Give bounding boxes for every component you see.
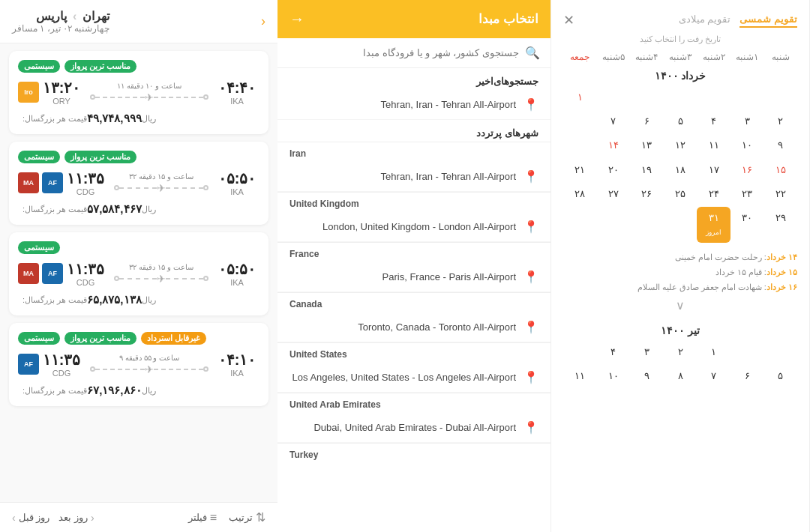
- cal-day-15[interactable]: ۱۵: [764, 159, 797, 181]
- cal-day-m2-7[interactable]: ۷: [697, 365, 730, 387]
- cal-day-25[interactable]: ۲۵: [664, 183, 698, 205]
- badge-suitable-1: مناسب ترین پرواز: [64, 60, 136, 73]
- cal-day-14[interactable]: ۱۴: [597, 134, 631, 157]
- airport-item-toronto[interactable]: 📍 Toronto, Canada - Toronto All-Airport: [278, 312, 550, 342]
- flight-dot-end: [203, 366, 208, 372]
- search-panel-arrow-icon[interactable]: →: [290, 10, 304, 28]
- price-value-3: ۶۵,۸۷۵,۱۳۸: [87, 293, 141, 306]
- cal-day-27[interactable]: ۲۷: [597, 183, 631, 205]
- flight-badges-3: سیستمی: [18, 241, 260, 254]
- cal-day-11[interactable]: ۱۱: [697, 134, 730, 157]
- airport-name-toronto: Toronto, Canada - Toronto All-Airport: [358, 321, 516, 333]
- tab-shamsi[interactable]: تقویم شمسی: [740, 13, 797, 28]
- price-label-2: قیمت هر بزرگسال:: [22, 205, 87, 214]
- arr-time-2: ۱۱:۳۵: [63, 169, 108, 187]
- flight-dot-start: [114, 185, 119, 190]
- cal-day-20[interactable]: ۲۰: [597, 159, 631, 181]
- next-day-button[interactable]: ‹ روز بعد: [58, 512, 94, 524]
- airport-search-input[interactable]: [288, 47, 519, 58]
- cal-day-17[interactable]: ۱۷: [697, 159, 730, 181]
- plane-icon: ✈: [145, 363, 154, 375]
- cal-day-28[interactable]: ۲۸: [563, 183, 597, 205]
- dep-airport-2: IKA: [214, 187, 260, 196]
- airport-item-paris[interactable]: 📍 Paris, France - Paris All-Airport: [278, 262, 550, 292]
- show-more-holidays[interactable]: ∨: [563, 295, 797, 317]
- cal-day-29[interactable]: ۲۹: [764, 207, 797, 243]
- duration-text-3: ۳۲ ساعت و ۱۵ دقیقه: [129, 263, 193, 271]
- cal-day-10[interactable]: ۱۰: [730, 134, 764, 157]
- search-panel-title: انتخاب مبدا: [478, 11, 538, 27]
- airport-item-tehran[interactable]: 📍 Tehran, Iran - Tehran All-Airport: [278, 162, 550, 192]
- price-row-1: ریال ۴۹,۷۴۸,۹۹۹ قیمت هر بزرگسال:: [18, 112, 260, 125]
- calendar-hint: تاریخ رفت را انتخاب کنید: [563, 34, 797, 44]
- cal-day-16[interactable]: ۱۶: [730, 159, 764, 181]
- price-label-3: قیمت هر بزرگسال:: [22, 295, 87, 305]
- airport-item-london[interactable]: 📍 London, United Kingdom - London All-Ai…: [278, 212, 550, 242]
- cal-day-m2-8[interactable]: ۸: [664, 365, 698, 387]
- price-row-3: ریال ۶۵,۸۷۵,۱۳۸ قیمت هر بزرگسال:: [18, 293, 260, 306]
- location-icon: 📍: [524, 270, 538, 284]
- arr-time-3: ۱۱:۳۵: [63, 260, 108, 278]
- flight-dash: [95, 369, 145, 370]
- airport-item-la[interactable]: 📍 Los Angeles, United States - Los Angel…: [278, 363, 550, 393]
- flight-badges-4: غیرقابل استرداد مناسب ترین پرواز سیستمی: [18, 332, 260, 345]
- results-back-icon[interactable]: ‹: [261, 13, 266, 29]
- cal-day-18[interactable]: ۱۸: [664, 159, 698, 181]
- cal-day-3[interactable]: ۳: [730, 110, 764, 133]
- cal-day-4[interactable]: ۴: [697, 110, 730, 133]
- flight-info-2: MA AF ۱۱:۳۵ CDG ۳۲ ساعت و ۱۵ دقیقه ✈: [18, 169, 260, 196]
- arr-airport-1: ORY: [39, 97, 84, 106]
- sort-button[interactable]: ⇅ ترتیب: [229, 510, 266, 525]
- close-icon[interactable]: ✕: [563, 12, 574, 28]
- cal-day-m2-2[interactable]: ۲: [664, 341, 698, 363]
- search-input-wrap: 🔍: [278, 38, 550, 68]
- cal-day-m2-3[interactable]: ۳: [630, 341, 664, 363]
- cal-day-m2-1[interactable]: ۱: [697, 341, 730, 363]
- flight-dash: [166, 278, 203, 279]
- plane-icon: ✈: [157, 273, 166, 285]
- results-panel: ‹ تهران › پاریس چهارشنبه ۰۲ تیر، ۱ مسافر…: [0, 0, 278, 532]
- day-header-sun: ۱شنبه: [730, 52, 764, 62]
- cal-day-m2-5[interactable]: ۵: [764, 365, 797, 387]
- holiday-date-1: ۱۴ خرداد: [766, 253, 797, 262]
- day-header-thu: ۵شنبه: [597, 52, 631, 62]
- cal-day-12[interactable]: ۱۲: [664, 134, 698, 157]
- cal-day-1[interactable]: ۱: [563, 86, 597, 109]
- cal-day-m2-4[interactable]: ۴: [597, 341, 631, 363]
- cal-day-24[interactable]: ۲۴: [697, 183, 730, 205]
- cal-day-13[interactable]: ۱۳: [630, 134, 664, 157]
- cal-day-21[interactable]: ۲۱: [563, 159, 597, 181]
- cal-day-6[interactable]: ۶: [630, 110, 664, 133]
- cal-day-m2-10[interactable]: ۱۰: [597, 365, 631, 387]
- cal-day-5[interactable]: ۵: [664, 110, 698, 133]
- cal-day-9[interactable]: ۹: [764, 134, 797, 157]
- cal-day-m2-9[interactable]: ۹: [630, 365, 664, 387]
- footer-actions: ⇅ ترتیب ≡ فیلتر: [188, 510, 266, 525]
- airport-name-paris: Paris, France - Paris All-Airport: [382, 271, 516, 282]
- flight-logos-3: MA AF: [18, 263, 63, 284]
- airline-logo-af3: AF: [18, 354, 39, 375]
- cal-day-26[interactable]: ۲۶: [630, 183, 664, 205]
- results-subtitle: چهارشنبه ۰۲ تیر، ۱ مسافر: [12, 23, 110, 34]
- cal-day-2[interactable]: ۲: [764, 110, 797, 133]
- recent-airport-item[interactable]: 📍 Tehran, Iran - Tehran All-Airport: [278, 90, 550, 120]
- prev-day-button[interactable]: روز قبل ›: [12, 512, 50, 524]
- filter-button[interactable]: ≡ فیلتر: [188, 511, 217, 525]
- cal-day-m2-6[interactable]: ۶: [730, 365, 764, 387]
- cal-day-today[interactable]: ۳۱امروز: [697, 207, 730, 243]
- flight-dash: [154, 97, 203, 98]
- flight-badges-1: مناسب ترین پرواز سیستمی: [18, 60, 260, 73]
- duration-text-4: ۹ ساعت و ۵۵ دقیقه: [119, 354, 179, 362]
- airport-item-dubai[interactable]: 📍 Dubai, United Arab Emirates - Dubai Al…: [278, 413, 550, 443]
- cal-day-7[interactable]: ۷: [597, 110, 631, 133]
- holiday-text-2: قیام ۱۵ خرداد: [716, 267, 762, 276]
- cal-day-23[interactable]: ۲۳: [730, 183, 764, 205]
- cal-day-m2-11[interactable]: ۱۱: [563, 365, 597, 387]
- tab-miladi[interactable]: تقویم میلادی: [679, 13, 731, 28]
- cal-day-30[interactable]: ۳۰: [730, 207, 764, 243]
- cal-day-19[interactable]: ۱۹: [630, 159, 664, 181]
- cal-day-22[interactable]: ۲۲: [764, 183, 797, 205]
- flight-info-1: Iro ۱۳:۲۰ ORY ۱۱ ساعت و ۱۰ دقیقه ✈: [18, 79, 260, 106]
- duration-text-2: ۳۲ ساعت و ۱۵ دقیقه: [129, 172, 193, 181]
- holiday-date-3: ۱۶ خرداد: [766, 282, 797, 291]
